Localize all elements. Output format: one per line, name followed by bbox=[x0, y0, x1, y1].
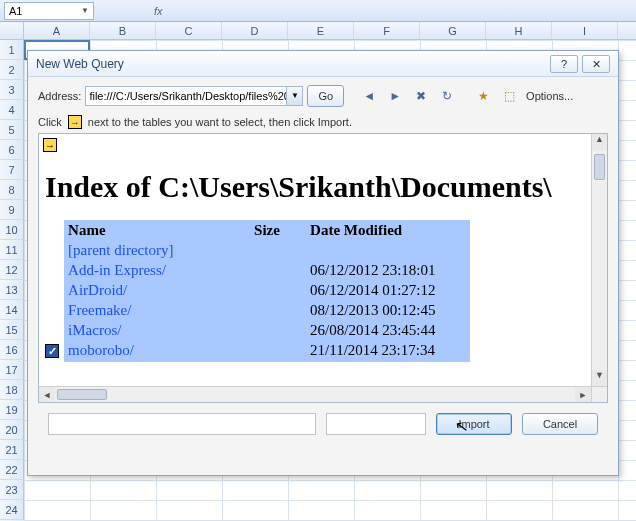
col-header[interactable]: B bbox=[90, 22, 156, 39]
col-header[interactable]: D bbox=[222, 22, 288, 39]
save-query-icon[interactable]: ★ bbox=[472, 85, 494, 107]
directory-table[interactable]: Name Size Date Modified [parent director… bbox=[64, 220, 470, 362]
web-preview-pane: → Index of C:\Users\Srikanth\Documents\ … bbox=[38, 133, 608, 403]
row-header[interactable]: 5 bbox=[0, 120, 24, 140]
dialog-footer: Import Cancel bbox=[38, 403, 608, 435]
dir-date: 08/12/2013 00:12:45 bbox=[310, 302, 470, 319]
instruction-prefix: Click bbox=[38, 116, 62, 128]
page-heading: Index of C:\Users\Srikanth\Documents\ bbox=[45, 170, 585, 204]
back-icon[interactable]: ◄ bbox=[358, 85, 380, 107]
scroll-left-icon[interactable]: ◄ bbox=[39, 387, 55, 402]
col-header[interactable]: G bbox=[420, 22, 486, 39]
col-header[interactable]: A bbox=[24, 22, 90, 39]
row-header[interactable]: 17 bbox=[0, 360, 24, 380]
address-input[interactable]: file:///C:/Users/Srikanth/Desktop/files%… bbox=[85, 86, 303, 106]
status-box-2 bbox=[326, 413, 426, 435]
address-value: file:///C:/Users/Srikanth/Desktop/files%… bbox=[86, 90, 286, 102]
dir-date: 06/12/2014 01:27:12 bbox=[310, 282, 470, 299]
horizontal-scrollbar[interactable]: ◄ ► bbox=[39, 386, 591, 402]
cancel-button[interactable]: Cancel bbox=[522, 413, 598, 435]
row-header[interactable]: 12 bbox=[0, 260, 24, 280]
go-button[interactable]: Go bbox=[307, 85, 344, 107]
row-header[interactable]: 9 bbox=[0, 200, 24, 220]
options-button[interactable]: Options... bbox=[524, 85, 575, 107]
import-button[interactable]: Import bbox=[436, 413, 512, 435]
scroll-down-icon[interactable]: ▼ bbox=[592, 370, 607, 386]
cell-reference: A1 bbox=[9, 5, 22, 17]
scroll-corner bbox=[591, 386, 607, 402]
vscroll-thumb[interactable] bbox=[594, 154, 605, 180]
refresh-icon[interactable]: ↻ bbox=[436, 85, 458, 107]
row-header[interactable]: 7 bbox=[0, 160, 24, 180]
table-row: moborobo/ 21/11/2014 23:17:34 bbox=[64, 340, 470, 360]
scroll-up-icon[interactable]: ▲ bbox=[592, 134, 607, 150]
col-header[interactable]: H bbox=[486, 22, 552, 39]
name-box[interactable]: A1 ▼ bbox=[4, 2, 94, 20]
vertical-scrollbar[interactable]: ▲ ▼ bbox=[591, 134, 607, 386]
row-header[interactable]: 23 bbox=[0, 480, 24, 500]
row-header[interactable]: 24 bbox=[0, 500, 24, 520]
col-header[interactable]: E bbox=[288, 22, 354, 39]
row-header[interactable]: 10 bbox=[0, 220, 24, 240]
dir-link[interactable]: Freemake/ bbox=[68, 302, 131, 318]
row-header[interactable]: 13 bbox=[0, 280, 24, 300]
table-header-row: Name Size Date Modified bbox=[64, 220, 470, 240]
row-header[interactable]: 16 bbox=[0, 340, 24, 360]
row-header[interactable]: 20 bbox=[0, 420, 24, 440]
instruction-text: next to the tables you want to select, t… bbox=[88, 116, 352, 128]
table-row: [parent directory] bbox=[64, 240, 470, 260]
dir-date: 06/12/2012 23:18:01 bbox=[310, 262, 470, 279]
dir-date: 26/08/2014 23:45:44 bbox=[310, 322, 470, 339]
table-row: Add-in Express/ 06/12/2012 23:18:01 bbox=[64, 260, 470, 280]
row-header[interactable]: 18 bbox=[0, 380, 24, 400]
address-dropdown-icon[interactable]: ▼ bbox=[286, 87, 302, 105]
status-box-1 bbox=[48, 413, 316, 435]
dir-date: 21/11/2014 23:17:34 bbox=[310, 342, 470, 359]
row-header[interactable]: 11 bbox=[0, 240, 24, 260]
row-header[interactable]: 15 bbox=[0, 320, 24, 340]
select-all-corner[interactable] bbox=[0, 22, 24, 39]
row-headers: 1 2 3 4 5 6 7 8 9 10 11 12 13 14 15 16 1… bbox=[0, 40, 24, 521]
row-header[interactable]: 4 bbox=[0, 100, 24, 120]
row-header[interactable]: 1 bbox=[0, 40, 24, 60]
dir-link[interactable]: AirDroid/ bbox=[68, 282, 127, 298]
forward-icon[interactable]: ► bbox=[384, 85, 406, 107]
table-row: Freemake/ 08/12/2013 00:12:45 bbox=[64, 300, 470, 320]
col-header[interactable]: C bbox=[156, 22, 222, 39]
help-button[interactable]: ? bbox=[550, 55, 578, 73]
row-header[interactable]: 3 bbox=[0, 80, 24, 100]
hscroll-thumb[interactable] bbox=[57, 389, 107, 400]
dialog-title: New Web Query bbox=[36, 57, 124, 71]
col-header[interactable]: F bbox=[354, 22, 420, 39]
row-header[interactable]: 14 bbox=[0, 300, 24, 320]
formula-bar: A1 ▼ fx bbox=[0, 0, 636, 22]
dialog-titlebar: New Web Query ? ✕ bbox=[28, 51, 618, 77]
select-page-icon[interactable]: → bbox=[43, 138, 57, 152]
select-table-icon: → bbox=[68, 115, 82, 129]
col-header[interactable]: I bbox=[552, 22, 618, 39]
dir-link[interactable]: Add-in Express/ bbox=[68, 262, 166, 278]
size-header: Size bbox=[254, 222, 310, 239]
instruction-row: Click → next to the tables you want to s… bbox=[38, 115, 608, 129]
table-row: iMacros/ 26/08/2014 23:45:44 bbox=[64, 320, 470, 340]
row-header[interactable]: 2 bbox=[0, 60, 24, 80]
dir-link[interactable]: [parent directory] bbox=[68, 242, 173, 258]
row-header[interactable]: 21 bbox=[0, 440, 24, 460]
stop-icon[interactable]: ✖ bbox=[410, 85, 432, 107]
close-button[interactable]: ✕ bbox=[582, 55, 610, 73]
table-row: AirDroid/ 06/12/2014 01:27:12 bbox=[64, 280, 470, 300]
hide-icon[interactable]: ⬚ bbox=[498, 85, 520, 107]
address-row: Address: file:///C:/Users/Srikanth/Deskt… bbox=[38, 85, 608, 107]
row-header[interactable]: 19 bbox=[0, 400, 24, 420]
dir-link[interactable]: iMacros/ bbox=[68, 322, 121, 338]
column-headers: A B C D E F G H I bbox=[0, 22, 636, 40]
web-preview-content[interactable]: → Index of C:\Users\Srikanth\Documents\ … bbox=[39, 134, 591, 386]
row-header[interactable]: 22 bbox=[0, 460, 24, 480]
address-label: Address: bbox=[38, 90, 81, 102]
selected-table-icon[interactable]: ✓ bbox=[45, 344, 59, 358]
row-header[interactable]: 6 bbox=[0, 140, 24, 160]
row-header[interactable]: 8 bbox=[0, 180, 24, 200]
dir-link[interactable]: moborobo/ bbox=[68, 342, 134, 358]
scroll-right-icon[interactable]: ► bbox=[575, 387, 591, 402]
name-box-dropdown-icon[interactable]: ▼ bbox=[81, 6, 89, 15]
